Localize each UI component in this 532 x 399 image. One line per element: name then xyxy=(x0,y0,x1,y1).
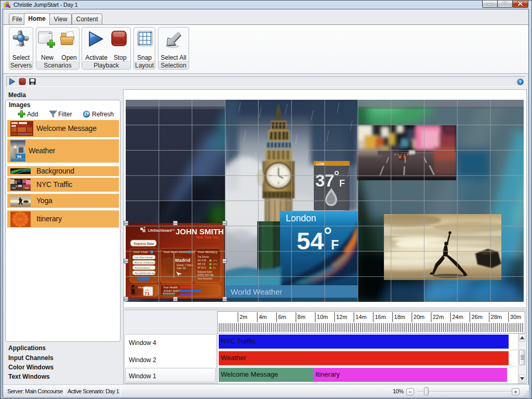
svg-text:20m: 20m xyxy=(414,314,424,320)
svg-text:28m: 28m xyxy=(491,314,502,320)
svg-text:6m: 6m xyxy=(278,314,286,320)
svg-text:8m: 8m xyxy=(298,314,305,320)
svg-text:26m: 26m xyxy=(471,314,482,320)
svg-text:54: 54 xyxy=(17,155,21,158)
svg-text:2m: 2m xyxy=(240,314,247,320)
svg-text:30m: 30m xyxy=(510,314,521,320)
svg-text:4m: 4m xyxy=(259,314,267,320)
svg-text:24m: 24m xyxy=(452,314,463,320)
svg-text:10m: 10m xyxy=(317,314,328,320)
svg-text:12m: 12m xyxy=(336,314,347,320)
svg-text:14m: 14m xyxy=(355,314,366,320)
svg-text:16m: 16m xyxy=(375,314,385,320)
svg-text:22m: 22m xyxy=(433,314,444,320)
svg-text:18m: 18m xyxy=(394,314,405,320)
svg-text:?: ? xyxy=(519,79,522,85)
